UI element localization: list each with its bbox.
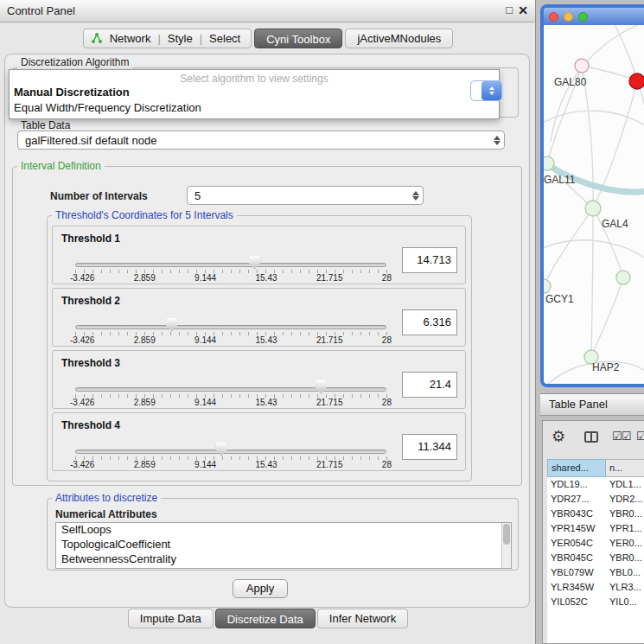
algorithm-combobox-stepper[interactable]	[470, 80, 502, 101]
minimize-traffic-light-icon[interactable]	[564, 12, 573, 22]
table-row[interactable]: YPR145WYPR1...	[547, 521, 644, 536]
number-of-intervals-combobox[interactable]: 5	[187, 186, 424, 205]
threshold-value-field[interactable]: 6.316	[402, 309, 457, 335]
table-row[interactable]: YBL079WYBL0...	[547, 565, 644, 580]
table-panel-window: ⚙ ☑☑ ☑ shared... n... YDL19...YDL1...YDR…	[542, 420, 644, 644]
popup-option-manual-discretization[interactable]: Manual Discretization	[10, 85, 499, 100]
tab-jactivemodules[interactable]: jActiveMNodules	[345, 29, 453, 48]
algorithm-prompt-item[interactable]: Select algorithm to view settings	[10, 73, 499, 85]
tab-infer-network[interactable]: Infer Network	[317, 609, 408, 628]
threshold-slider-thumb[interactable]	[216, 443, 227, 456]
slider-scale-labels: -3.4262.8599.14415.4321.71528	[70, 335, 392, 345]
threshold-slider-thumb[interactable]	[249, 256, 260, 270]
table-header-row: shared... n...	[547, 459, 644, 477]
threshold-slider-track[interactable]	[75, 263, 386, 267]
list-scrollbar[interactable]	[501, 523, 511, 568]
columns-icon[interactable]	[584, 431, 598, 443]
apply-button[interactable]: Apply	[233, 579, 288, 598]
popup-option-equal-width[interactable]: Equal Width/Frequency Discretization	[10, 100, 499, 116]
table-data-value: galFiltered.sif default node	[18, 134, 490, 147]
attribute-list-item[interactable]: SelfLoops	[56, 523, 511, 538]
gear-icon[interactable]: ⚙	[552, 427, 565, 446]
table-cell[interactable]: YBR043C	[547, 507, 606, 521]
tab-network[interactable]: Network	[103, 32, 158, 45]
network-node[interactable]	[544, 279, 551, 293]
scale-tick-label: 21.715	[316, 460, 343, 469]
table-cell[interactable]: YDR27...	[547, 492, 606, 507]
checkbox-icon[interactable]: ☑	[636, 430, 644, 443]
control-panel-tab-bar: Network | Style | Select Cyni Toolbox jA…	[0, 28, 536, 48]
threshold-value-field[interactable]: 14.713	[402, 247, 457, 273]
numerical-attributes-list: SelfLoopsTopologicalCoefficientBetweenne…	[56, 523, 511, 567]
table-cell[interactable]: YBL0...	[606, 565, 644, 580]
network-window-titlebar[interactable]	[544, 8, 644, 25]
node-attribute-table: shared... n... YDL19...YDL1...YDR27...YD…	[547, 459, 644, 644]
tab-discretize-data[interactable]: Discretize Data	[215, 609, 316, 628]
table-cell[interactable]: YER0...	[606, 536, 644, 551]
table-cell[interactable]: YER054C	[547, 536, 606, 551]
threshold-slider-track[interactable]	[75, 450, 386, 454]
column-header-name[interactable]: n...	[606, 459, 644, 477]
zoom-traffic-light-icon[interactable]	[578, 12, 588, 22]
tab-cyni-toolbox[interactable]: Cyni Toolbox	[254, 29, 342, 48]
network-node[interactable]	[544, 156, 554, 170]
table-cell[interactable]: YDR2...	[606, 492, 644, 507]
scale-tick-label: 21.715	[316, 273, 343, 283]
table-cell[interactable]: YBL079W	[547, 565, 606, 580]
network-canvas[interactable]: GAL80GAL11GAL4GCY1HAP2	[544, 25, 644, 384]
table-row[interactable]: YDL19...YDL1...	[547, 477, 644, 492]
column-header-shared-name[interactable]: shared...	[547, 459, 606, 477]
table-cell[interactable]: YPR1...	[606, 521, 644, 536]
scrollbar-thumb[interactable]	[503, 524, 510, 545]
scale-tick-label: -3.426	[70, 460, 94, 469]
tab-style[interactable]: Style	[161, 32, 200, 45]
select-all-icon[interactable]: ☑☑	[612, 430, 630, 443]
threshold-slider-track[interactable]	[75, 325, 386, 329]
table-row[interactable]: YLR345WYLR3...	[547, 580, 644, 595]
table-row[interactable]: YBR045CYBR0...	[547, 551, 644, 565]
table-panel-titlebar[interactable]: Table Panel	[540, 393, 644, 416]
threshold-slider-thumb[interactable]	[316, 380, 327, 394]
network-node-label: HAP2	[592, 361, 620, 373]
scale-tick-label: 28	[382, 398, 392, 407]
table-row[interactable]: YIL052CYIL0...	[547, 595, 644, 609]
threshold-slider-track[interactable]	[75, 387, 386, 392]
slider-scale-labels: -3.4262.8599.14415.4321.71528	[70, 273, 392, 283]
threshold-label: Threshold 3	[61, 357, 120, 369]
table-cell[interactable]: YDL19...	[547, 477, 606, 492]
close-icon[interactable]: ✕	[518, 3, 528, 17]
bottom-tab-bar: Impute Data Discretize Data Infer Networ…	[0, 609, 536, 628]
table-cell[interactable]: YIL0...	[606, 595, 644, 609]
threshold-box: Threshold 4-3.4262.8599.14415.4321.71528…	[52, 412, 466, 471]
table-cell[interactable]: YLR345W	[547, 580, 606, 595]
table-panel-title: Table Panel	[549, 398, 608, 411]
table-data-combobox[interactable]: galFiltered.sif default node	[17, 131, 505, 150]
tab-select[interactable]: Select	[202, 32, 247, 45]
table-cell[interactable]: YBR0...	[606, 507, 644, 521]
scale-tick-label: -3.426	[70, 398, 94, 407]
table-cell[interactable]: YDL1...	[606, 477, 644, 492]
table-row[interactable]: YER054CYER0...	[547, 536, 644, 551]
attribute-list-item[interactable]: TopologicalCoefficient	[56, 538, 511, 552]
table-cell[interactable]: YIL052C	[547, 595, 606, 609]
network-node[interactable]	[629, 73, 644, 89]
table-row[interactable]: YBR043CYBR0...	[547, 507, 644, 521]
table-row[interactable]: YDR27...YDR2...	[547, 492, 644, 507]
tab-impute-data[interactable]: Impute Data	[128, 609, 214, 628]
network-node[interactable]	[585, 201, 601, 216]
threshold-slider-thumb[interactable]	[166, 318, 177, 332]
attribute-list-item[interactable]: BetweennessCentrality	[56, 552, 511, 567]
table-cell[interactable]: YBR0...	[606, 551, 644, 565]
table-cell[interactable]: YLR3...	[606, 580, 644, 595]
table-cell[interactable]: YPR145W	[547, 521, 606, 536]
float-window-icon[interactable]: □	[506, 3, 513, 16]
table-rows: YDL19...YDL1...YDR27...YDR2...YBR043CYBR…	[547, 477, 644, 609]
table-toolbar: ⚙ ☑☑ ☑	[543, 421, 644, 456]
threshold-value-field[interactable]: 21.4	[402, 372, 457, 398]
close-traffic-light-icon[interactable]	[549, 12, 558, 22]
table-cell[interactable]: YBR045C	[547, 551, 606, 565]
network-node[interactable]	[575, 59, 589, 73]
combo-arrows-icon	[490, 131, 504, 149]
network-node[interactable]	[616, 271, 630, 284]
threshold-value-field[interactable]: 11.344	[402, 434, 457, 460]
